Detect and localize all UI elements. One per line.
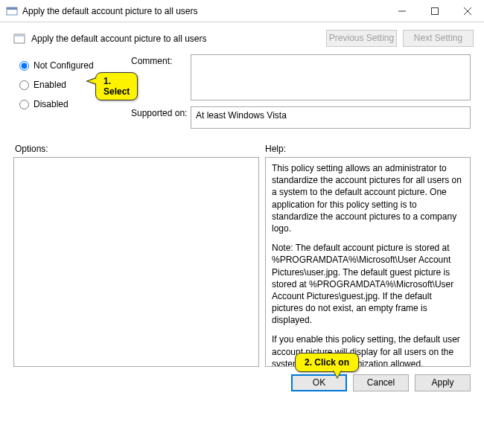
svg-rect-1 xyxy=(7,7,17,10)
radio-disabled-input[interactable] xyxy=(19,100,29,109)
svg-rect-7 xyxy=(14,34,25,36)
radio-disabled[interactable]: Disabled xyxy=(19,99,131,109)
radio-not-configured-label: Not Configured xyxy=(34,60,94,71)
supported-on-value: At least Windows Vista xyxy=(191,106,471,129)
close-button[interactable] xyxy=(451,0,484,22)
header-row: Apply the default account picture to all… xyxy=(0,22,484,51)
section-labels: Options: Help: xyxy=(0,141,484,157)
svg-rect-3 xyxy=(432,7,439,14)
footer: 2. Click on OK Cancel Apply xyxy=(0,368,484,391)
radio-not-configured-input[interactable] xyxy=(19,61,29,71)
policy-icon xyxy=(13,33,25,45)
comment-input[interactable] xyxy=(191,54,471,100)
app-icon xyxy=(6,5,18,17)
help-paragraph: Note: The default account picture is sto… xyxy=(272,242,464,326)
next-setting-button[interactable]: Next Setting xyxy=(403,30,474,47)
maximize-button[interactable] xyxy=(418,0,451,22)
radio-not-configured[interactable]: Not Configured xyxy=(19,60,131,71)
svg-line-4 xyxy=(464,7,471,15)
apply-button[interactable]: Apply xyxy=(415,374,471,391)
minimize-button[interactable] xyxy=(386,0,418,22)
help-heading: Help: xyxy=(265,144,471,154)
window-title: Apply the default account picture to all… xyxy=(22,6,386,16)
comment-label: Comment: xyxy=(131,54,191,100)
config-area: Not Configured Enabled Disabled 1. Selec… xyxy=(0,51,484,141)
help-panel[interactable]: This policy setting allows an administra… xyxy=(265,157,471,367)
radio-enabled-label: Enabled xyxy=(34,80,66,90)
radio-enabled-input[interactable] xyxy=(19,80,29,90)
panels: This policy setting allows an administra… xyxy=(0,157,484,368)
previous-setting-button[interactable]: Previous Setting xyxy=(326,30,397,47)
svg-line-5 xyxy=(464,7,471,15)
policy-title: Apply the default account picture to all… xyxy=(31,33,320,44)
cancel-button[interactable]: Cancel xyxy=(353,374,409,391)
annotation-click-on: 2. Click on xyxy=(295,353,359,372)
state-radio-group: Not Configured Enabled Disabled 1. Selec… xyxy=(19,54,131,135)
title-bar: Apply the default account picture to all… xyxy=(0,0,484,22)
radio-disabled-label: Disabled xyxy=(34,99,69,109)
options-heading: Options: xyxy=(13,144,265,154)
supported-on-label: Supported on: xyxy=(131,106,191,129)
annotation-select: 1. Select xyxy=(95,72,138,100)
options-panel xyxy=(13,157,259,367)
help-paragraph: This policy setting allows an administra… xyxy=(272,162,464,234)
